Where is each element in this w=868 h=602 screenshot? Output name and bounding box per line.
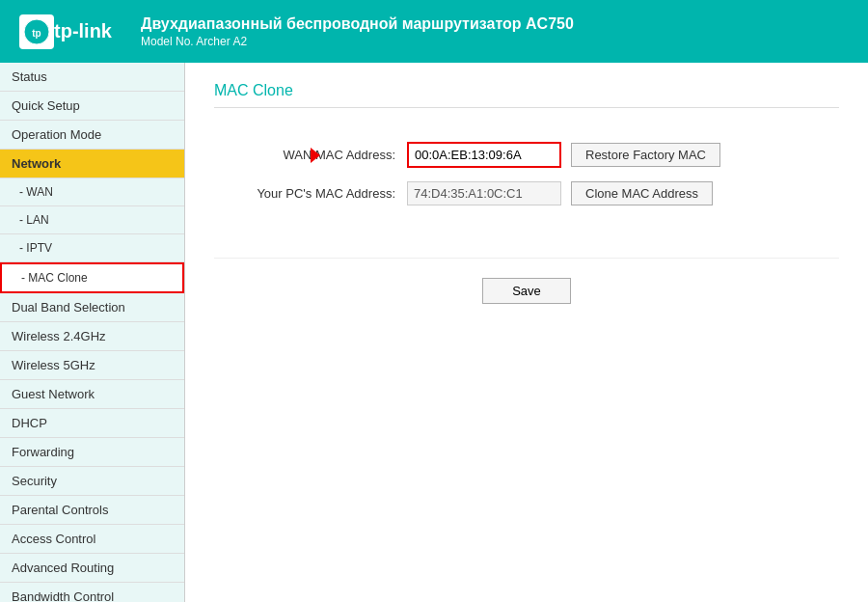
main-layout: Status Quick Setup Operation Mode Networ… <box>0 63 868 602</box>
sidebar-item-network[interactable]: Network <box>0 150 184 178</box>
sidebar-label-lan: - LAN <box>19 213 49 227</box>
svg-text:tp: tp <box>32 28 41 39</box>
header-title: Двухдиапазонный беспроводной маршрутизат… <box>141 15 574 33</box>
sidebar-item-mac-clone[interactable]: - MAC Clone <box>0 262 184 293</box>
sidebar-item-operation-mode[interactable]: Operation Mode <box>0 121 184 150</box>
sidebar-item-forwarding[interactable]: Forwarding <box>0 438 184 467</box>
sidebar-label-bandwidth-control: Bandwidth Control <box>12 589 114 602</box>
sidebar-label-forwarding: Forwarding <box>12 445 74 459</box>
wan-mac-input[interactable] <box>407 142 561 168</box>
header-subtitle: Model No. Archer A2 <box>141 35 574 48</box>
form-section: WAN MAC Address: Restore Factory MAC You… <box>214 123 839 238</box>
pc-mac-row: Your PC's MAC Address: Clone MAC Address <box>214 181 839 205</box>
sidebar-item-parental-controls[interactable]: Parental Controls <box>0 496 184 525</box>
clone-mac-address-button[interactable]: Clone MAC Address <box>571 181 713 205</box>
sidebar-label-wireless-5: Wireless 5GHz <box>12 358 95 372</box>
sidebar-label-parental-controls: Parental Controls <box>12 503 108 517</box>
sidebar-label-dhcp: DHCP <box>12 416 47 430</box>
sidebar-item-iptv[interactable]: - IPTV <box>0 234 184 262</box>
brand-name: tp-link <box>54 20 112 42</box>
sidebar-item-bandwidth-control[interactable]: Bandwidth Control <box>0 583 184 602</box>
sidebar-label-wireless-24: Wireless 2.4GHz <box>12 329 106 343</box>
sidebar-item-dual-band[interactable]: Dual Band Selection <box>0 293 184 322</box>
sidebar-label-wan: - WAN <box>19 185 53 199</box>
sidebar-label-quick-setup: Quick Setup <box>12 98 80 113</box>
sidebar-item-advanced-routing[interactable]: Advanced Routing <box>0 554 184 583</box>
sidebar-item-status[interactable]: Status <box>0 63 184 92</box>
sidebar-label-status: Status <box>12 69 47 84</box>
header-title-area: Двухдиапазонный беспроводной маршрутизат… <box>141 15 574 48</box>
restore-factory-mac-button[interactable]: Restore Factory MAC <box>571 143 720 167</box>
sidebar-label-network: Network <box>12 156 61 171</box>
logo-area: tp tp-link <box>19 14 112 49</box>
header: tp tp-link Двухдиапазонный беспроводной … <box>0 0 868 63</box>
sidebar-item-quick-setup[interactable]: Quick Setup <box>0 92 184 121</box>
sidebar-item-wan[interactable]: - WAN <box>0 178 184 206</box>
wan-mac-label: WAN MAC Address: <box>253 148 407 162</box>
sidebar-label-access-control: Access Control <box>12 532 95 546</box>
sidebar-item-wireless-24[interactable]: Wireless 2.4GHz <box>0 322 184 351</box>
sidebar-item-dhcp[interactable]: DHCP <box>0 409 184 438</box>
sidebar-item-guest-network[interactable]: Guest Network <box>0 380 184 409</box>
sidebar-label-guest-network: Guest Network <box>12 387 95 401</box>
save-button[interactable]: Save <box>482 278 571 304</box>
save-row: Save <box>214 258 839 304</box>
sidebar-label-operation-mode: Operation Mode <box>12 127 101 142</box>
sidebar-label-advanced-routing: Advanced Routing <box>12 561 114 575</box>
sidebar-item-wireless-5[interactable]: Wireless 5GHz <box>0 351 184 380</box>
sidebar-item-lan[interactable]: - LAN <box>0 206 184 234</box>
page-title: MAC Clone <box>214 82 839 108</box>
pc-mac-input <box>407 181 561 205</box>
sidebar-label-iptv: - IPTV <box>19 241 52 255</box>
sidebar-label-mac-clone: - MAC Clone <box>21 271 88 285</box>
wan-mac-row: WAN MAC Address: Restore Factory MAC <box>214 142 839 168</box>
sidebar-item-security[interactable]: Security <box>0 467 184 496</box>
wan-mac-arrow-icon <box>311 148 320 163</box>
content-area: MAC Clone WAN MAC Address: Restore Facto… <box>185 63 868 602</box>
sidebar-item-access-control[interactable]: Access Control <box>0 525 184 554</box>
sidebar-label-security: Security <box>12 474 57 488</box>
sidebar: Status Quick Setup Operation Mode Networ… <box>0 63 185 602</box>
sidebar-label-dual-band: Dual Band Selection <box>12 300 125 315</box>
tp-link-logo: tp <box>19 14 54 49</box>
pc-mac-label: Your PC's MAC Address: <box>253 186 407 201</box>
